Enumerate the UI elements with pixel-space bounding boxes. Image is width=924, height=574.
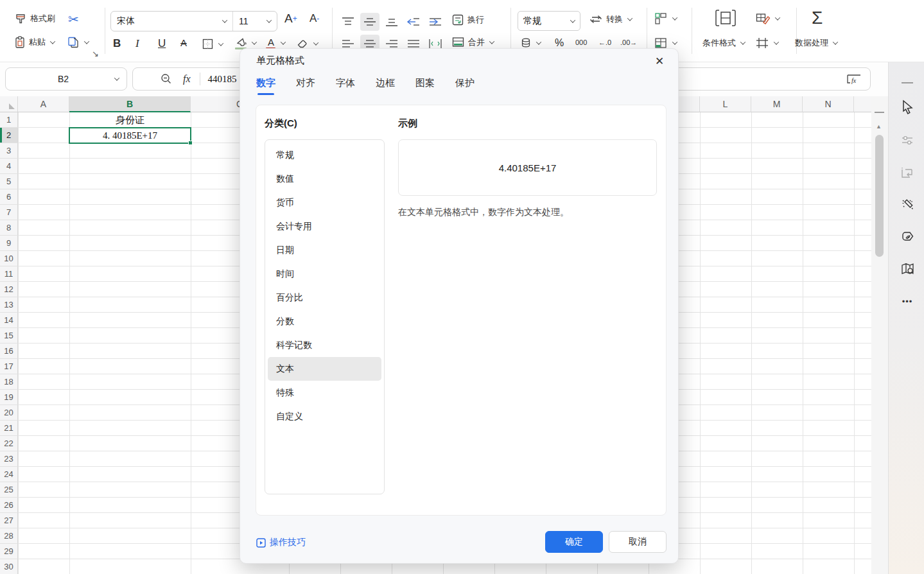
table-style-button[interactable]: [755, 12, 780, 26]
borders-button[interactable]: [202, 38, 223, 50]
ok-button[interactable]: 确定: [545, 531, 603, 553]
row-header-10[interactable]: 10: [0, 251, 18, 266]
more-tools-button[interactable]: •••: [900, 293, 915, 309]
row-header-22[interactable]: 22: [0, 436, 18, 451]
column-header-B[interactable]: B: [69, 96, 191, 112]
row-header-3[interactable]: 3: [0, 143, 18, 159]
row-header-17[interactable]: 17: [0, 359, 18, 374]
column-header-N[interactable]: N: [803, 96, 854, 112]
category-option-日期[interactable]: 日期: [268, 238, 381, 262]
row-header-28[interactable]: 28: [0, 528, 18, 544]
dialog-tab-保护[interactable]: 保护: [455, 77, 475, 95]
align-middle-button[interactable]: [360, 13, 379, 31]
row-header-16[interactable]: 16: [0, 344, 18, 359]
collapse-sidebar-button[interactable]: [900, 75, 915, 91]
scroll-up-icon[interactable]: ▲: [876, 123, 882, 130]
column-header[interactable]: [854, 96, 873, 112]
dialog-tab-对齐[interactable]: 对齐: [296, 77, 315, 95]
row-header-30[interactable]: 30: [0, 559, 18, 574]
decrease-font-button[interactable]: A-: [309, 12, 319, 25]
font-size-select[interactable]: 11: [233, 12, 277, 31]
wrap-text-button[interactable]: 换行: [451, 13, 484, 26]
eraser-button[interactable]: [296, 38, 318, 49]
align-bottom-button[interactable]: [382, 13, 401, 31]
clipboard-dialog-launcher[interactable]: ↘: [92, 49, 99, 58]
zoom-search-icon[interactable]: [160, 73, 173, 85]
number-format-select[interactable]: 常规: [518, 11, 580, 31]
insert-function-fx[interactable]: fx: [183, 73, 191, 85]
percent-format-button[interactable]: %: [555, 37, 564, 49]
row-column-button[interactable]: [654, 37, 677, 49]
paste-special-tool[interactable]: [900, 165, 915, 180]
format-painter-button[interactable]: 格式刷: [14, 12, 55, 25]
row-header-11[interactable]: 11: [0, 266, 18, 282]
conditional-format-button[interactable]: 条件格式: [702, 37, 745, 49]
column-header-L[interactable]: L: [700, 96, 751, 112]
increase-indent-button[interactable]: [426, 13, 445, 31]
fill-handle[interactable]: [188, 141, 193, 145]
cut-button[interactable]: ✂: [68, 12, 79, 27]
category-option-自定义[interactable]: 自定义: [268, 404, 381, 428]
font-name-select[interactable]: 宋体: [111, 12, 233, 31]
data-processing-button[interactable]: 数据处理: [795, 37, 837, 49]
cancel-button[interactable]: 取消: [609, 531, 667, 553]
font-color-button[interactable]: A: [266, 37, 285, 49]
smart-toolbox-tool[interactable]: [900, 197, 915, 213]
insert-cells-button[interactable]: [654, 12, 677, 26]
function-panel-icon[interactable]: fx: [846, 73, 862, 85]
category-option-科学记数[interactable]: 科学记数: [268, 333, 381, 357]
row-header-6[interactable]: 6: [0, 189, 18, 205]
underline-button[interactable]: U: [158, 37, 166, 50]
select-all-corner[interactable]: [0, 96, 18, 112]
category-option-百分比[interactable]: 百分比: [268, 286, 381, 309]
row-header-23[interactable]: 23: [0, 451, 18, 467]
fill-color-button[interactable]: [235, 37, 256, 49]
dialog-tab-数字[interactable]: 数字: [256, 77, 275, 95]
row-header-26[interactable]: 26: [0, 498, 18, 513]
row-header-21[interactable]: 21: [0, 421, 18, 436]
copy-button[interactable]: [67, 36, 89, 49]
split-pane-handle[interactable]: [875, 112, 884, 113]
strikethrough-button[interactable]: A: [180, 37, 187, 48]
decrease-decimal-button[interactable]: ←.0: [598, 39, 611, 46]
row-header-4[interactable]: 4: [0, 159, 18, 174]
row-header-18[interactable]: 18: [0, 374, 18, 390]
vertical-scrollbar[interactable]: ▲: [871, 96, 888, 574]
row-header-2[interactable]: 2: [0, 128, 18, 143]
row-header-12[interactable]: 12: [0, 282, 18, 297]
category-option-货币[interactable]: 货币: [268, 191, 381, 214]
row-header-27[interactable]: 27: [0, 513, 18, 528]
paste-button[interactable]: 粘贴: [14, 36, 55, 49]
selection-cursor-tool[interactable]: [900, 100, 915, 115]
increase-decimal-button[interactable]: .00→: [620, 39, 637, 46]
cell-B1[interactable]: 身份证: [69, 112, 191, 128]
tips-link[interactable]: 操作技巧: [256, 537, 306, 548]
decrease-indent-button[interactable]: [404, 13, 423, 31]
row-header-9[interactable]: 9: [0, 236, 18, 251]
row-header-20[interactable]: 20: [0, 405, 18, 421]
document-search-tool[interactable]: [900, 261, 915, 277]
align-top-button[interactable]: [338, 13, 358, 31]
currency-format-button[interactable]: [520, 37, 541, 49]
row-header-14[interactable]: 14: [0, 313, 18, 328]
settings-sliders-tool[interactable]: [900, 133, 915, 148]
row-header-25[interactable]: 25: [0, 482, 18, 498]
dialog-tab-图案[interactable]: 图案: [415, 77, 435, 95]
category-option-时间[interactable]: 时间: [268, 262, 381, 286]
beautify-style-tool[interactable]: [900, 229, 915, 245]
dialog-tab-边框[interactable]: 边框: [376, 77, 395, 95]
convert-button[interactable]: 转换: [589, 13, 632, 25]
category-option-分数[interactable]: 分数: [268, 309, 381, 333]
cell-style-button[interactable]: [755, 37, 778, 49]
bold-button[interactable]: B: [113, 37, 121, 50]
row-header-5[interactable]: 5: [0, 174, 18, 189]
column-header-A[interactable]: A: [18, 96, 69, 112]
category-option-常规[interactable]: 常规: [268, 143, 381, 167]
merge-cells-button[interactable]: 合并: [451, 36, 494, 48]
row-header-7[interactable]: 7: [0, 205, 18, 220]
italic-button[interactable]: I: [135, 37, 139, 50]
row-header-1[interactable]: 1: [0, 112, 18, 128]
increase-font-button[interactable]: A+: [284, 12, 297, 26]
row-header-29[interactable]: 29: [0, 544, 18, 559]
row-header-13[interactable]: 13: [0, 297, 18, 313]
